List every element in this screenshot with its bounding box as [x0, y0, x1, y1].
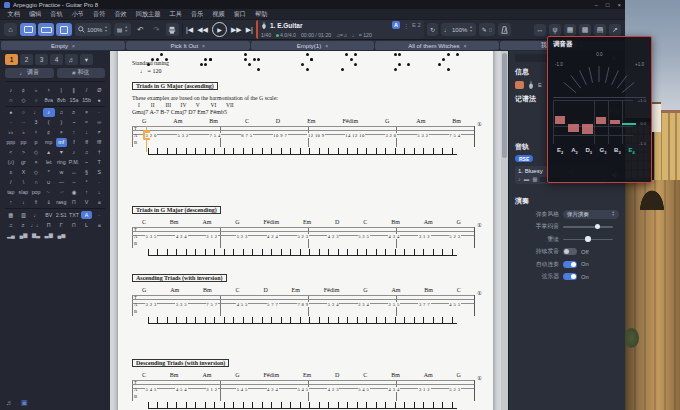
notation-symbol[interactable]: ≠ — [93, 128, 105, 137]
score-area[interactable]: Gmaj7Am7Bm7Cmaj7D7Em7F#m7(b5) Standard t… — [110, 51, 508, 410]
palette-footer-icon-active[interactable]: ▣ — [21, 399, 28, 407]
menu-item[interactable]: 文档 — [3, 10, 24, 19]
notation-symbol[interactable]: f — [68, 138, 80, 147]
notation-symbol[interactable]: V — [81, 198, 93, 207]
notation-symbol[interactable]: T — [93, 158, 105, 167]
notation-symbol[interactable]: ⇓ — [43, 198, 55, 207]
playback-speed-control[interactable]: ♩ 100% ▲▼ — [441, 23, 476, 36]
notation-symbol[interactable]: ↑ — [81, 188, 93, 197]
notation-symbol[interactable]: X — [18, 168, 30, 177]
tab-staff[interactable]: TAB 5 3 54 3 43 1 25 2 34 2 45 2 34 2 35… — [132, 227, 479, 259]
notation-symbol[interactable]: ☜ — [56, 188, 68, 197]
fret-numbers[interactable]: 3 2 0 — [385, 133, 397, 138]
notation-symbol[interactable]: ○ — [18, 108, 30, 117]
notation-symbol[interactable]: · — [93, 211, 105, 220]
print-button[interactable] — [166, 23, 179, 36]
string-label[interactable]: E2 — [553, 147, 567, 155]
notation-symbol[interactable]: ♮ — [30, 128, 42, 137]
notation-symbol[interactable]: 8vb — [56, 96, 68, 105]
fret-numbers[interactable]: 4 2 4 — [267, 387, 279, 392]
menu-item[interactable]: 窗口 — [229, 10, 250, 19]
tab-close-icon[interactable]: × — [72, 43, 75, 49]
fret-numbers[interactable]: 7 5 4 — [449, 133, 461, 138]
fret-numbers[interactable]: 3 2 3 — [145, 302, 157, 307]
current-track-chip[interactable]: 1. E.Guitar A ⋮ E 2 1/40 4.0/4.0 00:00 /… — [256, 20, 424, 39]
rse-badge[interactable]: RSE — [515, 155, 533, 162]
document-tab[interactable]: All of them Witches × — [375, 41, 499, 50]
notation-symbol[interactable]: ↔ — [68, 168, 80, 177]
fret-numbers[interactable]: 14 12 10 — [345, 133, 365, 138]
notation-symbol[interactable]: / — [5, 178, 17, 187]
fret-numbers[interactable]: 5 3 5 — [358, 234, 370, 239]
parameter-slider[interactable] — [563, 235, 619, 243]
notation-symbol[interactable]: ·· — [18, 118, 30, 127]
voice-button[interactable]: ♬ — [65, 54, 78, 65]
notation-symbol[interactable]: ∪ — [43, 178, 55, 187]
notation-symbol[interactable]: ♬ — [68, 108, 80, 117]
notation-symbol[interactable]: ◇ — [18, 96, 30, 105]
notation-symbol[interactable]: ♫ — [5, 221, 17, 230]
notation-symbol[interactable] — [68, 231, 80, 240]
notation-symbol[interactable] — [5, 106, 105, 107]
notation-symbol[interactable]: ( — [43, 118, 55, 127]
play-button[interactable]: ▶ — [212, 22, 227, 37]
notation-symbol[interactable]: 2:S1 — [56, 211, 68, 220]
fret-numbers[interactable]: 7 8 9 — [297, 302, 309, 307]
notation-symbol[interactable] — [81, 231, 93, 240]
fret-numbers[interactable]: 7 5 4 — [209, 133, 221, 138]
fret-numbers[interactable]: 5 4 5 — [145, 387, 157, 392]
fret-numbers[interactable]: 2 5 5 — [388, 302, 400, 307]
notation-symbol[interactable]: ▆▃ — [30, 231, 42, 240]
notation-symbol[interactable]: ♯ — [43, 128, 55, 137]
notation-symbol[interactable]: BV — [43, 211, 55, 220]
notation-symbol[interactable]: let — [43, 158, 55, 167]
palette-action-button[interactable]: # 和弦 — [57, 68, 106, 78]
notation-symbol[interactable]: ring — [56, 158, 68, 167]
fret-numbers[interactable]: 4 2 3 — [327, 234, 339, 239]
menu-item[interactable]: 小节 — [67, 10, 88, 19]
voice-button[interactable]: 2 — [20, 54, 33, 65]
close-button[interactable]: × — [617, 2, 621, 8]
menu-item[interactable]: 回放主题 — [131, 10, 165, 19]
notation-symbol[interactable]: gr — [18, 158, 30, 167]
voice-button[interactable]: 1 — [5, 54, 18, 65]
metronome-button[interactable] — [498, 23, 511, 36]
notation-symbol[interactable]: × — [81, 108, 93, 117]
notation-symbol[interactable]: ◇ — [30, 148, 42, 157]
tool-window-button[interactable]: ↗ — [609, 24, 621, 36]
voice-button[interactable]: 3 — [35, 54, 48, 65]
palette-footer-icon[interactable]: ♬ — [6, 399, 13, 407]
notation-symbol[interactable]: ↓ — [93, 188, 105, 197]
notation-symbol[interactable]: ○ — [30, 96, 42, 105]
notation-symbol[interactable]: ◉ — [68, 188, 80, 197]
notation-symbol[interactable]: † — [93, 148, 105, 157]
notation-symbol[interactable]: ◇ — [30, 168, 42, 177]
fret-numbers[interactable]: 5 3 5 — [175, 302, 187, 307]
notation-symbol[interactable]: ♫ — [56, 108, 68, 117]
notation-symbol[interactable]: ↓ — [18, 198, 30, 207]
notation-symbol[interactable]: ♪ — [68, 148, 80, 157]
tab-staff[interactable]: TAB 3 2 05 3 27 5 48 7 510 9 712 10 914 … — [132, 126, 479, 158]
voice-button[interactable]: 4 — [50, 54, 63, 65]
notation-symbol[interactable]: ~ — [81, 158, 93, 167]
notation-symbol[interactable]: Π — [43, 221, 55, 230]
document-tab[interactable]: Empty × — [1, 41, 125, 50]
menu-item[interactable]: 帮助 — [251, 10, 272, 19]
notation-symbol[interactable]: ∩ — [5, 96, 17, 105]
tab-close-icon[interactable]: × — [325, 43, 328, 49]
fret-numbers[interactable]: 5 3 5 — [145, 234, 157, 239]
track-menu-icon[interactable]: ⋮ — [403, 22, 409, 29]
fret-numbers[interactable]: 4 3 4 — [175, 234, 187, 239]
fret-numbers[interactable]: 4 2 4 — [267, 234, 279, 239]
notation-symbol[interactable]: ∞ — [93, 118, 105, 127]
screen-view-button[interactable] — [38, 23, 54, 36]
notation-symbol[interactable]: ≈ — [81, 118, 93, 127]
notation-symbol[interactable]: ♬ — [18, 221, 30, 230]
notation-symbol[interactable]: ↑ — [5, 198, 17, 207]
fret-numbers[interactable]: 4 3 4 — [388, 387, 400, 392]
zoom-stepper[interactable]: ▲▼ — [104, 26, 107, 32]
tempo-indicator[interactable]: ♩ = 120 — [352, 32, 372, 38]
menu-item[interactable]: 音轨 — [46, 10, 67, 19]
toggle-switch[interactable] — [563, 261, 577, 268]
fret-numbers[interactable]: 3 1 2 — [206, 234, 218, 239]
